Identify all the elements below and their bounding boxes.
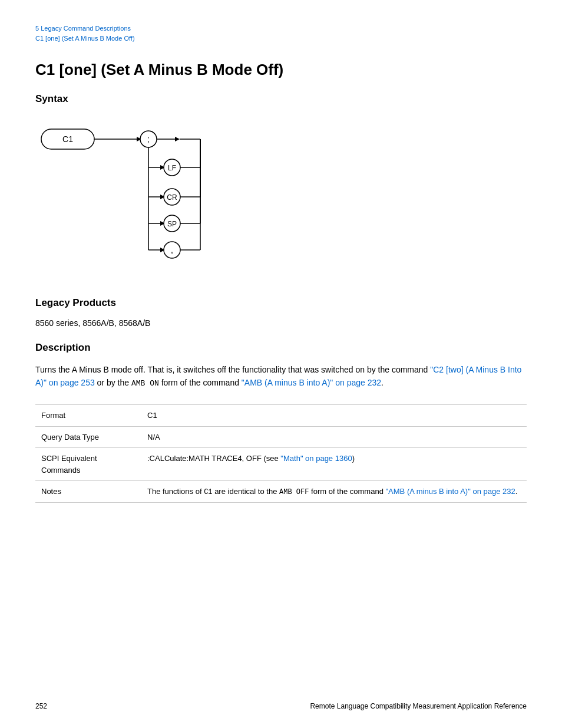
svg-text:;: ; <box>147 134 150 144</box>
svg-text:,: , <box>171 245 173 255</box>
table-row-notes: Notes The functions of C1 are identical … <box>35 481 527 503</box>
desc-text-1: Turns the A Minus B mode off. That is, i… <box>35 365 430 374</box>
syntax-diagram: C1 ; LF CR <box>35 114 527 279</box>
desc-text-4: . <box>381 378 384 387</box>
table-label-query: Query Data Type <box>35 426 141 448</box>
breadcrumb-line1: 5 Legacy Command Descriptions <box>35 24 527 34</box>
table-row-scpi: SCPI Equivalent Commands :CALCulate:MATH… <box>35 448 527 481</box>
legacy-products-text: 8560 series, 8566A/B, 8568A/B <box>35 318 527 328</box>
desc-link-2[interactable]: "AMB (A minus B into A)" on page 232 <box>242 378 381 387</box>
breadcrumb-line2: C1 [one] (Set A Minus B Mode Off) <box>35 34 527 44</box>
footer-title: Remote Language Compatibility Measuremen… <box>310 702 527 710</box>
syntax-svg: C1 ; LF CR <box>35 114 283 279</box>
info-table: Format C1 Query Data Type N/A SCPI Equiv… <box>35 404 527 503</box>
notes-code-2: AMB OFF <box>279 488 309 496</box>
scpi-link[interactable]: "Math" on page 1360 <box>280 454 352 463</box>
description-paragraph: Turns the A Minus B mode off. That is, i… <box>35 363 527 390</box>
page-title: C1 [one] (Set A Minus B Mode Off) <box>35 61 527 79</box>
page-container: 5 Legacy Command Descriptions C1 [one] (… <box>0 0 562 728</box>
desc-text-3: form of the command <box>159 378 242 387</box>
svg-text:LF: LF <box>168 164 176 172</box>
svg-marker-7 <box>175 137 180 141</box>
svg-text:SP: SP <box>167 220 177 228</box>
notes-code-1: C1 <box>204 488 212 496</box>
breadcrumb: 5 Legacy Command Descriptions C1 [one] (… <box>35 24 527 43</box>
svg-text:C1: C1 <box>62 134 73 144</box>
table-label-notes: Notes <box>35 481 141 503</box>
table-label-scpi: SCPI Equivalent Commands <box>35 448 141 481</box>
table-value-format: C1 <box>141 405 527 427</box>
table-label-format: Format <box>35 405 141 427</box>
legacy-products-heading: Legacy Products <box>35 297 527 309</box>
table-row-query: Query Data Type N/A <box>35 426 527 448</box>
desc-text-2: or by the <box>95 378 131 387</box>
description-heading: Description <box>35 342 527 354</box>
svg-text:CR: CR <box>167 193 177 202</box>
table-value-notes: The functions of C1 are identical to the… <box>141 481 527 503</box>
syntax-heading: Syntax <box>35 93 527 105</box>
description-section: Description Turns the A Minus B mode off… <box>35 342 527 390</box>
desc-code-1: AMB ON <box>131 379 159 388</box>
legacy-products-section: Legacy Products 8560 series, 8566A/B, 85… <box>35 297 527 328</box>
table-value-query: N/A <box>141 426 527 448</box>
notes-link[interactable]: "AMB (A minus B into A)" on page 232 <box>385 487 515 496</box>
table-value-scpi: :CALCulate:MATH TRACE4, OFF (see "Math" … <box>141 448 527 481</box>
table-row-format: Format C1 <box>35 405 527 427</box>
page-footer: 252 Remote Language Compatibility Measur… <box>35 702 527 710</box>
page-number: 252 <box>35 702 47 710</box>
